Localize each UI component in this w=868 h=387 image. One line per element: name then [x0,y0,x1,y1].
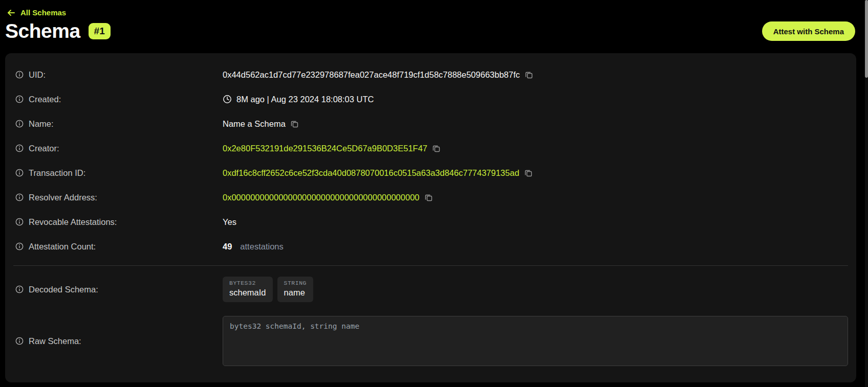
transaction-id-label-group: Transaction ID: [13,168,223,178]
row-transaction-id: Transaction ID: 0xdf16c8cff2652c6ce52f3c… [13,161,848,185]
info-icon [15,193,24,201]
row-decoded-schema: Decoded Schema: BYTES32 schemaId STRING … [13,273,848,306]
row-resolver-address: Resolver Address: 0x00000000000000000000… [13,185,848,210]
raw-schema-label: Raw Schema: [29,336,81,346]
back-to-all-schemas-link[interactable]: All Schemas [0,0,66,17]
revocable-label-group: Revocable Attestations: [13,217,223,227]
copy-creator-button[interactable] [432,144,441,153]
row-created: Created: 8M ago | Aug 23 2024 18:08:03 U… [13,87,848,111]
name-label-group: Name: [13,119,223,129]
attestation-count-value-group: 49 attestations [223,242,848,252]
info-icon [15,169,24,177]
page-title: Schema [5,20,80,42]
revocable-value-group: Yes [223,217,848,227]
name-value: Name a Schema [223,119,286,129]
attestation-count-number: 49 [223,242,232,252]
back-link-label: All Schemas [20,8,66,17]
name-value-group: Name a Schema [223,119,848,129]
decoded-schema-label-group: Decoded Schema: [13,285,223,294]
copy-icon [432,144,441,153]
title-row: Schema #1 Attest with Schema [0,17,868,42]
schema-field-chip: STRING name [277,277,313,302]
resolver-address-link[interactable]: 0x00000000000000000000000000000000000000… [223,193,420,202]
info-icon [15,285,24,293]
copy-name-button[interactable] [290,120,299,128]
attestation-count-label-group: Attestation Count: [13,242,223,252]
row-creator: Creator: 0x2e80F532191de291536B24Ce5D67a… [13,136,848,161]
row-name: Name: Name a Schema [13,111,848,136]
scrollbar-track [865,0,868,387]
created-label: Created: [29,95,61,104]
schema-details-card: UID: 0x44d562ac1d7cd77e232978687fea027ac… [5,53,856,382]
creator-label: Creator: [29,144,59,153]
row-raw-schema: Raw Schema: bytes32 schemaId, string nam… [13,316,848,366]
row-attestation-count: Attestation Count: 49 attestations [13,234,848,259]
info-icon [15,218,24,226]
created-value-group: 8M ago | Aug 23 2024 18:08:03 UTC [223,95,848,104]
info-icon [15,71,24,79]
resolver-address-label-group: Resolver Address: [13,193,223,202]
row-uid: UID: 0x44d562ac1d7cd77e232978687fea027ac… [13,62,848,87]
schema-field-chips: BYTES32 schemaId STRING name [223,277,313,302]
resolver-address-value-group: 0x00000000000000000000000000000000000000… [223,193,848,202]
info-icon [15,120,24,128]
creator-address-link[interactable]: 0x2e80F532191de291536B24Ce5D67a9B0D3E51F… [223,144,427,153]
revocable-label: Revocable Attestations: [29,217,117,227]
info-icon [15,337,24,345]
attestation-count-label: Attestation Count: [29,242,96,252]
arrow-left-icon [7,9,15,16]
transaction-id-link[interactable]: 0xdf16c8cff2652c6ce52f3cda40d0878070016c… [223,168,519,178]
schema-field-chip: BYTES32 schemaId [223,277,273,302]
copy-icon [525,71,533,79]
copy-uid-button[interactable] [525,71,533,79]
decoded-schema-value-group: BYTES32 schemaId STRING name [223,277,848,302]
scrollbar-thumb[interactable] [865,0,868,78]
uid-label-group: UID: [13,70,223,80]
field-type: BYTES32 [229,280,266,287]
row-revocable-attestations: Revocable Attestations: Yes [13,210,848,234]
copy-transaction-id-button[interactable] [524,169,533,177]
creator-label-group: Creator: [13,144,223,153]
schema-number-badge: #1 [89,23,111,39]
copy-resolver-address-button[interactable] [424,193,433,202]
decoded-schema-label: Decoded Schema: [29,285,98,294]
creator-value-group: 0x2e80F532191de291536B24Ce5D67a9B0D3E51F… [223,144,848,153]
field-name: schemaId [229,287,266,298]
raw-schema-label-group: Raw Schema: [13,336,223,346]
transaction-id-value-group: 0xdf16c8cff2652c6ce52f3cda40d0878070016c… [223,168,848,178]
field-name: name [284,287,307,298]
info-icon [15,95,24,103]
created-value: 8M ago | Aug 23 2024 18:08:03 UTC [236,95,374,104]
copy-icon [424,193,433,202]
clock-icon [223,95,232,104]
created-label-group: Created: [13,95,223,104]
attest-with-schema-button[interactable]: Attest with Schema [762,21,855,41]
info-icon [15,144,24,152]
field-type: STRING [284,280,307,287]
attestations-link[interactable]: attestations [240,242,283,252]
resolver-address-label: Resolver Address: [29,193,97,202]
copy-icon [290,120,299,128]
uid-value: 0x44d562ac1d7cd77e232978687fea027ace48f7… [223,70,520,80]
uid-value-group: 0x44d562ac1d7cd77e232978687fea027ace48f7… [223,70,848,80]
uid-label: UID: [29,70,46,80]
name-label: Name: [29,119,54,129]
revocable-value: Yes [223,217,236,227]
copy-icon [524,169,533,177]
raw-schema-textarea[interactable]: bytes32 schemaId, string name [223,316,848,366]
transaction-id-label: Transaction ID: [29,168,85,178]
section-divider [13,265,848,266]
info-icon [15,242,24,251]
